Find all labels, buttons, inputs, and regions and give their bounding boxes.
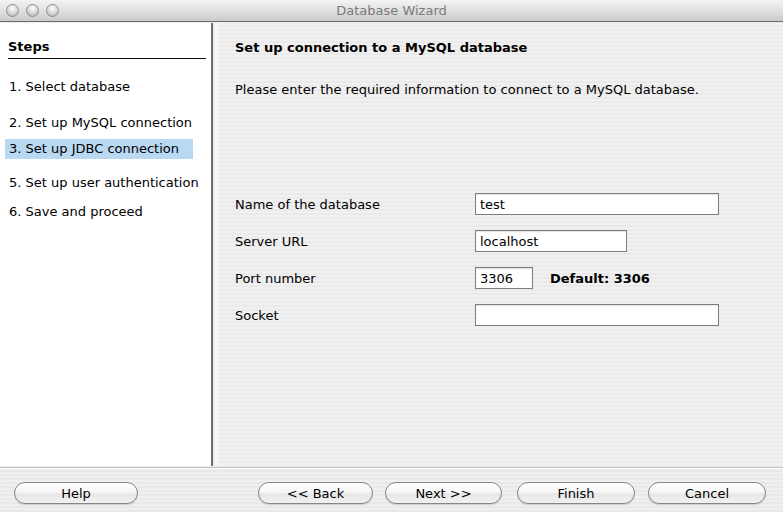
steps-heading: Steps — [8, 39, 206, 59]
next-button[interactable]: Next >> — [385, 482, 502, 504]
step-item-mysql-connection[interactable]: 2. Set up MySQL connection — [5, 113, 193, 133]
server-url-field[interactable] — [475, 230, 627, 252]
page-description: Please enter the required information to… — [235, 82, 699, 97]
port-number-label: Port number — [235, 271, 316, 287]
server-url-label: Server URL — [235, 234, 308, 250]
help-button[interactable]: Help — [14, 482, 138, 504]
wizard-main-panel: Set up connection to a MySQL database Pl… — [215, 23, 783, 466]
titlebar: Database Wizard — [0, 0, 783, 22]
socket-label: Socket — [235, 308, 279, 324]
button-bar: Help << Back Next >> Finish Cancel — [0, 467, 783, 512]
back-button[interactable]: << Back — [258, 482, 373, 504]
port-default-hint: Default: 3306 — [550, 271, 650, 286]
step-item-select-database[interactable]: 1. Select database — [5, 77, 193, 97]
finish-button[interactable]: Finish — [517, 482, 635, 504]
steps-sidebar: Steps 1. Select database 2. Set up MySQL… — [0, 23, 213, 466]
step-item-user-authentication[interactable]: 5. Set up user authentication — [5, 173, 193, 193]
database-wizard-window: Database Wizard Steps 1. Select database… — [0, 0, 783, 512]
step-item-save-proceed[interactable]: 6. Save and proceed — [5, 202, 193, 222]
step-item-jdbc-connection[interactable]: 3. Set up JDBC connection — [5, 139, 193, 159]
cancel-button[interactable]: Cancel — [648, 482, 766, 504]
socket-field[interactable] — [475, 304, 719, 326]
window-title: Database Wizard — [0, 3, 783, 18]
database-name-label: Name of the database — [235, 197, 380, 213]
database-name-field[interactable] — [475, 193, 719, 215]
port-number-field[interactable] — [475, 267, 533, 289]
page-title: Set up connection to a MySQL database — [235, 40, 527, 55]
